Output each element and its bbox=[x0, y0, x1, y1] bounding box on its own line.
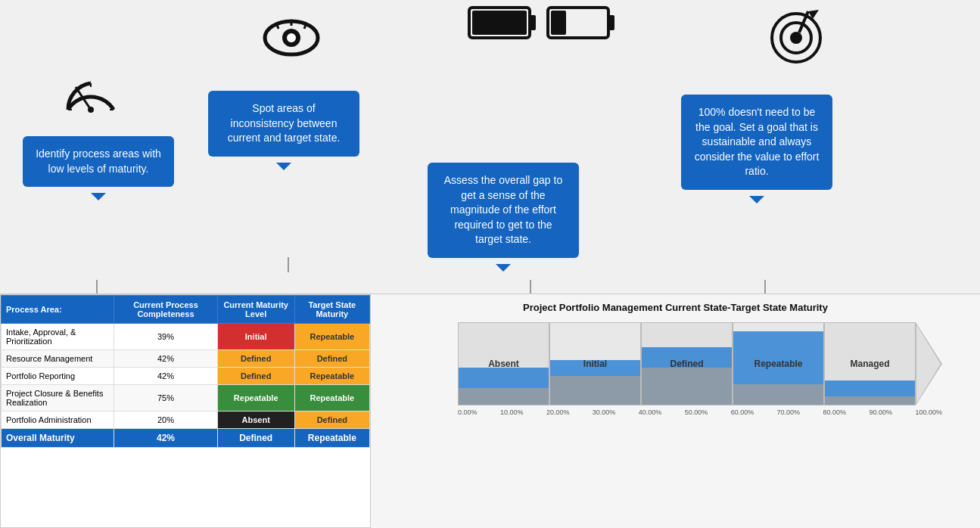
col-completeness: Current Process Completeness bbox=[114, 296, 217, 324]
eye-icon bbox=[257, 8, 325, 61]
target-icon bbox=[764, 4, 832, 64]
bottom-section: Process Area: Current Process Completene… bbox=[0, 294, 980, 528]
battery-icon-col bbox=[465, 4, 620, 48]
managed-current-fill bbox=[825, 396, 915, 405]
target-icon-col bbox=[764, 4, 832, 67]
x-tick-3: 30.00% bbox=[593, 408, 616, 416]
completeness-1: 39% bbox=[114, 324, 217, 350]
x-tick-0: 0.00% bbox=[458, 408, 478, 416]
label-absent: Absent bbox=[488, 359, 519, 369]
connector-1 bbox=[96, 280, 98, 295]
col-process-area: Process Area: bbox=[2, 296, 114, 324]
arrow-chart-container: Absent Initial Defined bbox=[458, 322, 965, 416]
completeness-2: 42% bbox=[114, 350, 217, 368]
x-tick-2: 20.00% bbox=[546, 408, 570, 416]
x-tick-7: 70.00% bbox=[777, 408, 801, 416]
overall-row: Overall Maturity 42% Defined Repeatable bbox=[2, 429, 370, 448]
arrow-head-inner bbox=[916, 325, 941, 403]
connector-4 bbox=[764, 280, 766, 295]
svg-rect-12 bbox=[530, 15, 536, 30]
completeness-3: 42% bbox=[114, 368, 217, 385]
col-target: Target State Maturity bbox=[294, 296, 369, 324]
overall-completeness: 42% bbox=[114, 429, 217, 448]
x-tick-6: 60.00% bbox=[731, 408, 754, 416]
table-section: Process Area: Current Process Completene… bbox=[0, 294, 371, 528]
maturity-table: Process Area: Current Process Completene… bbox=[1, 295, 370, 448]
table-row: Resource Management 42% Defined Defined bbox=[2, 350, 370, 368]
target-5: Defined bbox=[294, 412, 369, 429]
table-row: Intake, Approval, & Prioritization 39% I… bbox=[2, 324, 370, 350]
x-tick-10: 100.00% bbox=[915, 408, 942, 416]
table-row: Portfolio Administration 20% Absent Defi… bbox=[2, 412, 370, 429]
svg-rect-13 bbox=[472, 11, 527, 35]
x-tick-9: 90.00% bbox=[869, 408, 892, 416]
process-area-2: Resource Management bbox=[2, 350, 114, 368]
segment-managed: Managed bbox=[824, 322, 916, 405]
label-managed: Managed bbox=[850, 359, 889, 369]
completeness-4: 75% bbox=[114, 385, 217, 412]
initial-current-fill bbox=[550, 376, 640, 405]
process-area-4: Project Closure & Benefits Realization bbox=[2, 385, 114, 412]
x-tick-4: 40.00% bbox=[639, 408, 662, 416]
bubble-identify: Identify process areas with low levels o… bbox=[23, 136, 174, 187]
absent-current-fill bbox=[459, 388, 549, 405]
maturity-4: Repeatable bbox=[217, 385, 294, 412]
gauge-icon bbox=[61, 64, 121, 117]
maturity-1: Initial bbox=[217, 324, 294, 350]
bubble-assess: Assess the overall gap to get a sense of… bbox=[428, 163, 579, 258]
defined-current-fill bbox=[642, 368, 732, 405]
process-area-1: Intake, Approval, & Prioritization bbox=[2, 324, 114, 350]
gauge-icon-col bbox=[61, 64, 121, 120]
maturity-5: Absent bbox=[217, 412, 294, 429]
x-tick-5: 50.00% bbox=[685, 408, 708, 416]
connector-3 bbox=[530, 280, 531, 295]
label-defined: Defined bbox=[670, 359, 703, 369]
process-area-3: Portfolio Reporting bbox=[2, 368, 114, 385]
battery-icon-low bbox=[544, 4, 620, 45]
svg-point-19 bbox=[790, 32, 802, 44]
bubble-spot: Spot areas of inconsistency between curr… bbox=[208, 91, 359, 157]
target-3: Repeatable bbox=[294, 368, 369, 385]
maturity-3: Defined bbox=[217, 368, 294, 385]
top-icons-area: Identify process areas with low levels o… bbox=[0, 0, 980, 295]
bubble-text-2: Spot areas of inconsistency between curr… bbox=[208, 91, 359, 157]
segment-repeatable: Repeatable bbox=[733, 322, 824, 405]
overall-maturity: Defined bbox=[217, 429, 294, 448]
arrow-head-outer bbox=[916, 322, 942, 405]
svg-rect-15 bbox=[608, 15, 614, 30]
x-tick-8: 80.00% bbox=[823, 408, 847, 416]
segment-absent: Absent bbox=[458, 322, 549, 405]
bubble-goal: 100% doesn't need to be the goal. Set a … bbox=[681, 95, 832, 190]
maturity-2: Defined bbox=[217, 350, 294, 368]
overall-label: Overall Maturity bbox=[2, 429, 114, 448]
col-maturity: Current Maturity Level bbox=[217, 296, 294, 324]
bubble-text-3: Assess the overall gap to get a sense of… bbox=[428, 163, 579, 258]
table-row: Portfolio Reporting 42% Defined Repeatab… bbox=[2, 368, 370, 385]
arrow-shape: Absent Initial Defined bbox=[458, 322, 942, 405]
bubble-text-4: 100% doesn't need to be the goal. Set a … bbox=[681, 95, 832, 190]
process-area-5: Portfolio Administration bbox=[2, 412, 114, 429]
label-repeatable: Repeatable bbox=[754, 359, 802, 369]
svg-rect-16 bbox=[551, 11, 566, 35]
connector-2 bbox=[288, 257, 289, 272]
svg-point-7 bbox=[287, 33, 296, 42]
battery-icon-full bbox=[465, 4, 541, 45]
target-4: Repeatable bbox=[294, 385, 369, 412]
segment-defined: Defined bbox=[641, 322, 733, 405]
segment-initial: Initial bbox=[549, 322, 641, 405]
chart-section: Project Portfolio Management Current Sta… bbox=[371, 294, 980, 528]
target-1: Repeatable bbox=[294, 324, 369, 350]
x-axis: 0.00% 10.00% 20.00% 30.00% 40.00% 50.00%… bbox=[458, 408, 942, 416]
table-header-row: Process Area: Current Process Completene… bbox=[2, 296, 370, 324]
label-initial: Initial bbox=[583, 359, 607, 369]
overall-target: Repeatable bbox=[294, 429, 369, 448]
eye-icon-col bbox=[257, 8, 325, 64]
bubble-text-1: Identify process areas with low levels o… bbox=[23, 136, 174, 187]
chart-title: Project Portfolio Management Current Sta… bbox=[386, 302, 965, 313]
x-tick-1: 10.00% bbox=[500, 408, 524, 416]
target-2: Defined bbox=[294, 350, 369, 368]
table-row: Project Closure & Benefits Realization 7… bbox=[2, 385, 370, 412]
completeness-5: 20% bbox=[114, 412, 217, 429]
repeatable-current-fill bbox=[733, 384, 823, 405]
